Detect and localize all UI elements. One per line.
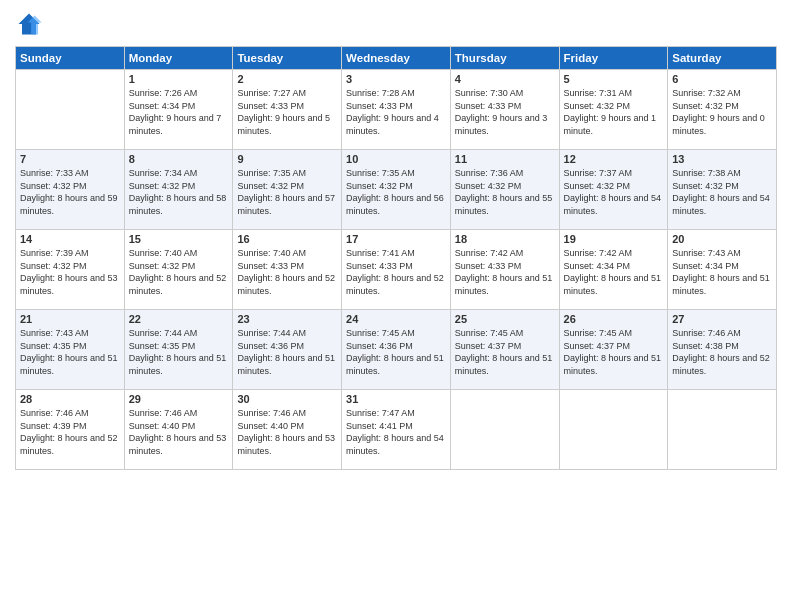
day-number: 30 bbox=[237, 393, 337, 405]
header-day-tuesday: Tuesday bbox=[233, 47, 342, 70]
logo bbox=[15, 10, 47, 38]
day-number: 31 bbox=[346, 393, 446, 405]
day-info: Sunrise: 7:35 AMSunset: 4:32 PMDaylight:… bbox=[346, 167, 446, 217]
day-number: 22 bbox=[129, 313, 229, 325]
week-row-1: 7Sunrise: 7:33 AMSunset: 4:32 PMDaylight… bbox=[16, 150, 777, 230]
day-info: Sunrise: 7:38 AMSunset: 4:32 PMDaylight:… bbox=[672, 167, 772, 217]
calendar-cell: 22Sunrise: 7:44 AMSunset: 4:35 PMDayligh… bbox=[124, 310, 233, 390]
calendar-cell: 31Sunrise: 7:47 AMSunset: 4:41 PMDayligh… bbox=[342, 390, 451, 470]
calendar-cell: 3Sunrise: 7:28 AMSunset: 4:33 PMDaylight… bbox=[342, 70, 451, 150]
day-info: Sunrise: 7:47 AMSunset: 4:41 PMDaylight:… bbox=[346, 407, 446, 457]
day-info: Sunrise: 7:45 AMSunset: 4:37 PMDaylight:… bbox=[455, 327, 555, 377]
day-info: Sunrise: 7:43 AMSunset: 4:35 PMDaylight:… bbox=[20, 327, 120, 377]
day-number: 28 bbox=[20, 393, 120, 405]
calendar-cell: 11Sunrise: 7:36 AMSunset: 4:32 PMDayligh… bbox=[450, 150, 559, 230]
day-number: 10 bbox=[346, 153, 446, 165]
week-row-2: 14Sunrise: 7:39 AMSunset: 4:32 PMDayligh… bbox=[16, 230, 777, 310]
day-number: 15 bbox=[129, 233, 229, 245]
week-row-4: 28Sunrise: 7:46 AMSunset: 4:39 PMDayligh… bbox=[16, 390, 777, 470]
day-number: 1 bbox=[129, 73, 229, 85]
day-info: Sunrise: 7:35 AMSunset: 4:32 PMDaylight:… bbox=[237, 167, 337, 217]
day-number: 13 bbox=[672, 153, 772, 165]
day-number: 18 bbox=[455, 233, 555, 245]
day-info: Sunrise: 7:45 AMSunset: 4:36 PMDaylight:… bbox=[346, 327, 446, 377]
calendar-cell: 26Sunrise: 7:45 AMSunset: 4:37 PMDayligh… bbox=[559, 310, 668, 390]
day-number: 3 bbox=[346, 73, 446, 85]
day-number: 19 bbox=[564, 233, 664, 245]
header-day-sunday: Sunday bbox=[16, 47, 125, 70]
calendar-cell: 16Sunrise: 7:40 AMSunset: 4:33 PMDayligh… bbox=[233, 230, 342, 310]
calendar-cell bbox=[16, 70, 125, 150]
day-info: Sunrise: 7:42 AMSunset: 4:34 PMDaylight:… bbox=[564, 247, 664, 297]
day-number: 14 bbox=[20, 233, 120, 245]
calendar-cell bbox=[559, 390, 668, 470]
day-number: 25 bbox=[455, 313, 555, 325]
calendar-cell: 10Sunrise: 7:35 AMSunset: 4:32 PMDayligh… bbox=[342, 150, 451, 230]
calendar-cell: 4Sunrise: 7:30 AMSunset: 4:33 PMDaylight… bbox=[450, 70, 559, 150]
calendar-cell: 1Sunrise: 7:26 AMSunset: 4:34 PMDaylight… bbox=[124, 70, 233, 150]
calendar-cell: 20Sunrise: 7:43 AMSunset: 4:34 PMDayligh… bbox=[668, 230, 777, 310]
day-number: 26 bbox=[564, 313, 664, 325]
calendar-cell: 9Sunrise: 7:35 AMSunset: 4:32 PMDaylight… bbox=[233, 150, 342, 230]
day-info: Sunrise: 7:43 AMSunset: 4:34 PMDaylight:… bbox=[672, 247, 772, 297]
day-info: Sunrise: 7:34 AMSunset: 4:32 PMDaylight:… bbox=[129, 167, 229, 217]
day-number: 21 bbox=[20, 313, 120, 325]
header bbox=[15, 10, 777, 38]
calendar-cell: 23Sunrise: 7:44 AMSunset: 4:36 PMDayligh… bbox=[233, 310, 342, 390]
day-info: Sunrise: 7:42 AMSunset: 4:33 PMDaylight:… bbox=[455, 247, 555, 297]
calendar-cell: 12Sunrise: 7:37 AMSunset: 4:32 PMDayligh… bbox=[559, 150, 668, 230]
day-info: Sunrise: 7:27 AMSunset: 4:33 PMDaylight:… bbox=[237, 87, 337, 137]
day-number: 6 bbox=[672, 73, 772, 85]
calendar-cell: 21Sunrise: 7:43 AMSunset: 4:35 PMDayligh… bbox=[16, 310, 125, 390]
day-info: Sunrise: 7:41 AMSunset: 4:33 PMDaylight:… bbox=[346, 247, 446, 297]
day-number: 20 bbox=[672, 233, 772, 245]
calendar-cell: 18Sunrise: 7:42 AMSunset: 4:33 PMDayligh… bbox=[450, 230, 559, 310]
day-number: 24 bbox=[346, 313, 446, 325]
day-info: Sunrise: 7:39 AMSunset: 4:32 PMDaylight:… bbox=[20, 247, 120, 297]
day-number: 16 bbox=[237, 233, 337, 245]
day-info: Sunrise: 7:45 AMSunset: 4:37 PMDaylight:… bbox=[564, 327, 664, 377]
header-day-thursday: Thursday bbox=[450, 47, 559, 70]
day-info: Sunrise: 7:32 AMSunset: 4:32 PMDaylight:… bbox=[672, 87, 772, 137]
calendar-container: SundayMondayTuesdayWednesdayThursdayFrid… bbox=[0, 0, 792, 612]
calendar-cell: 30Sunrise: 7:46 AMSunset: 4:40 PMDayligh… bbox=[233, 390, 342, 470]
day-info: Sunrise: 7:46 AMSunset: 4:38 PMDaylight:… bbox=[672, 327, 772, 377]
day-number: 17 bbox=[346, 233, 446, 245]
calendar-header: SundayMondayTuesdayWednesdayThursdayFrid… bbox=[16, 47, 777, 70]
day-info: Sunrise: 7:44 AMSunset: 4:36 PMDaylight:… bbox=[237, 327, 337, 377]
header-day-monday: Monday bbox=[124, 47, 233, 70]
header-day-wednesday: Wednesday bbox=[342, 47, 451, 70]
day-number: 11 bbox=[455, 153, 555, 165]
day-info: Sunrise: 7:26 AMSunset: 4:34 PMDaylight:… bbox=[129, 87, 229, 137]
header-row: SundayMondayTuesdayWednesdayThursdayFrid… bbox=[16, 47, 777, 70]
calendar-cell: 27Sunrise: 7:46 AMSunset: 4:38 PMDayligh… bbox=[668, 310, 777, 390]
calendar-cell: 15Sunrise: 7:40 AMSunset: 4:32 PMDayligh… bbox=[124, 230, 233, 310]
day-info: Sunrise: 7:40 AMSunset: 4:33 PMDaylight:… bbox=[237, 247, 337, 297]
header-day-friday: Friday bbox=[559, 47, 668, 70]
calendar-cell: 14Sunrise: 7:39 AMSunset: 4:32 PMDayligh… bbox=[16, 230, 125, 310]
day-info: Sunrise: 7:28 AMSunset: 4:33 PMDaylight:… bbox=[346, 87, 446, 137]
calendar-cell: 7Sunrise: 7:33 AMSunset: 4:32 PMDaylight… bbox=[16, 150, 125, 230]
day-number: 7 bbox=[20, 153, 120, 165]
day-info: Sunrise: 7:46 AMSunset: 4:39 PMDaylight:… bbox=[20, 407, 120, 457]
week-row-0: 1Sunrise: 7:26 AMSunset: 4:34 PMDaylight… bbox=[16, 70, 777, 150]
day-number: 27 bbox=[672, 313, 772, 325]
calendar-cell: 6Sunrise: 7:32 AMSunset: 4:32 PMDaylight… bbox=[668, 70, 777, 150]
day-info: Sunrise: 7:37 AMSunset: 4:32 PMDaylight:… bbox=[564, 167, 664, 217]
day-info: Sunrise: 7:31 AMSunset: 4:32 PMDaylight:… bbox=[564, 87, 664, 137]
day-info: Sunrise: 7:40 AMSunset: 4:32 PMDaylight:… bbox=[129, 247, 229, 297]
week-row-3: 21Sunrise: 7:43 AMSunset: 4:35 PMDayligh… bbox=[16, 310, 777, 390]
calendar-cell: 17Sunrise: 7:41 AMSunset: 4:33 PMDayligh… bbox=[342, 230, 451, 310]
calendar-cell: 2Sunrise: 7:27 AMSunset: 4:33 PMDaylight… bbox=[233, 70, 342, 150]
calendar-cell: 25Sunrise: 7:45 AMSunset: 4:37 PMDayligh… bbox=[450, 310, 559, 390]
header-day-saturday: Saturday bbox=[668, 47, 777, 70]
calendar-cell: 29Sunrise: 7:46 AMSunset: 4:40 PMDayligh… bbox=[124, 390, 233, 470]
logo-icon bbox=[15, 10, 43, 38]
day-number: 2 bbox=[237, 73, 337, 85]
calendar-table: SundayMondayTuesdayWednesdayThursdayFrid… bbox=[15, 46, 777, 470]
day-info: Sunrise: 7:33 AMSunset: 4:32 PMDaylight:… bbox=[20, 167, 120, 217]
day-number: 4 bbox=[455, 73, 555, 85]
calendar-cell bbox=[450, 390, 559, 470]
calendar-cell: 19Sunrise: 7:42 AMSunset: 4:34 PMDayligh… bbox=[559, 230, 668, 310]
day-number: 8 bbox=[129, 153, 229, 165]
